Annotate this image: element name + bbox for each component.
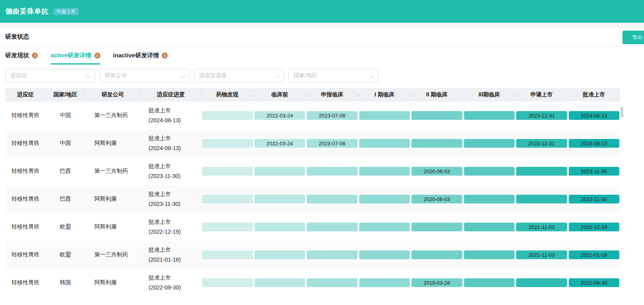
progress-stage: 批准上市 bbox=[149, 133, 201, 143]
stage-bar[interactable]: 2023-11-30 bbox=[569, 167, 620, 176]
progress-date: (2022-12-19) bbox=[149, 227, 201, 237]
info-icon[interactable]: i bbox=[32, 53, 38, 59]
stage-bar[interactable] bbox=[254, 195, 305, 203]
rd-pipeline-table: 适应症国家/地区研发公司适应症进度药物发现→临床前→申报临床→I 期临床→II … bbox=[5, 88, 620, 297]
table-row: 转移性胃癌巴西阿斯利康批准上市(2023-11-30)2020-06-03202… bbox=[5, 185, 620, 213]
stage-bar[interactable] bbox=[359, 195, 410, 203]
stage-bar[interactable]: 2022-03-24 bbox=[254, 111, 305, 120]
stage-bar[interactable] bbox=[516, 195, 567, 203]
stage-bar[interactable]: 2023-12-31 bbox=[516, 139, 567, 148]
stage-bar[interactable]: 2024-08-13 bbox=[569, 139, 620, 148]
column-header-indication: 适应症 bbox=[5, 91, 46, 98]
progress-date: (2022-09-30) bbox=[149, 283, 201, 293]
stage-bar[interactable]: 2022-09-30 bbox=[569, 278, 620, 287]
filter-company[interactable]: 研发公司 bbox=[100, 69, 190, 82]
progress-date: (2024-08-13) bbox=[149, 143, 201, 153]
stage-bar[interactable] bbox=[307, 278, 358, 287]
stage-bar[interactable] bbox=[359, 167, 410, 176]
stage-cell-5: 2020-06-03 bbox=[411, 185, 463, 213]
stage-bar[interactable] bbox=[307, 223, 358, 231]
tab-inactive-rd-detail[interactable]: inactive研发详情 i bbox=[113, 52, 168, 65]
cell-company: 第一三共制药 bbox=[85, 168, 141, 175]
cell-progress: 批准上市(2023-11-30) bbox=[141, 189, 201, 209]
column-header-region: 国家/地区 bbox=[46, 91, 85, 98]
stage-bar[interactable] bbox=[202, 223, 253, 231]
stage-bar[interactable]: 2020-06-03 bbox=[411, 167, 462, 176]
tab-rd-status[interactable]: 研发现状 i bbox=[5, 52, 38, 65]
stage-bar[interactable]: 2022-12-19 bbox=[569, 223, 620, 231]
stage-bar[interactable] bbox=[464, 278, 515, 287]
stage-bar[interactable]: 2024-08-13 bbox=[569, 111, 620, 120]
stage-cell-5: 2019-03-28 bbox=[411, 269, 463, 297]
stage-bar[interactable]: 2020-06-03 bbox=[411, 195, 462, 203]
stage-bar[interactable] bbox=[464, 195, 515, 203]
cell-progress: 批准上市(2024-08-13) bbox=[141, 106, 201, 125]
stage-bar[interactable] bbox=[254, 167, 305, 176]
filter-region[interactable]: 国家/地区 bbox=[288, 69, 378, 82]
stage-bar[interactable] bbox=[516, 167, 567, 176]
stage-bar[interactable]: 2021-01-18 bbox=[569, 250, 620, 259]
stage-bar[interactable]: 2023-07-08 bbox=[307, 139, 358, 148]
stage-bar[interactable] bbox=[411, 250, 462, 259]
stage-bar[interactable] bbox=[464, 167, 515, 176]
stage-bar[interactable]: 2023-12-31 bbox=[516, 111, 567, 120]
stage-cell-3 bbox=[306, 241, 358, 269]
stage-bar[interactable] bbox=[254, 278, 305, 287]
stage-bar[interactable] bbox=[411, 223, 462, 231]
stage-bar[interactable]: 2023-11-30 bbox=[569, 195, 620, 203]
column-header-stage-3: 申报临床→ bbox=[306, 91, 358, 98]
stage-bar[interactable] bbox=[254, 250, 305, 259]
stage-bar[interactable] bbox=[254, 223, 305, 231]
drug-title: 德曲妥珠单抗 bbox=[6, 7, 49, 16]
stage-bar[interactable]: 2022-03-24 bbox=[254, 139, 305, 148]
cell-indication: 转移性胃癌 bbox=[5, 223, 46, 231]
stage-bar[interactable] bbox=[202, 167, 253, 176]
stage-bar[interactable] bbox=[202, 195, 253, 203]
stage-bar[interactable] bbox=[359, 250, 410, 259]
stage-bar[interactable]: 2023-07-08 bbox=[307, 111, 358, 120]
stage-bar[interactable] bbox=[359, 111, 410, 120]
stage-bar[interactable] bbox=[516, 278, 567, 287]
cell-region: 巴西 bbox=[46, 168, 85, 175]
stage-bar[interactable] bbox=[202, 278, 253, 287]
stage-cell-8: 2024-08-13 bbox=[568, 102, 621, 129]
cell-region: 中国 bbox=[46, 140, 85, 147]
stage-cell-4 bbox=[358, 185, 411, 213]
stage-bar[interactable] bbox=[307, 167, 358, 176]
stage-bar[interactable] bbox=[202, 139, 253, 148]
stage-bar[interactable] bbox=[411, 111, 462, 120]
stage-bar[interactable]: 2021-11-03 bbox=[516, 250, 567, 259]
progress-stage: 批准上市 bbox=[149, 273, 201, 283]
app-header: 德曲妥珠单抗 中国上市 bbox=[0, 0, 644, 23]
stage-bar[interactable] bbox=[411, 139, 462, 148]
stage-cell-4 bbox=[358, 102, 411, 129]
stage-bar[interactable] bbox=[464, 223, 515, 231]
stage-bar[interactable] bbox=[359, 278, 410, 287]
filter-indication[interactable]: 适应症 bbox=[5, 69, 95, 82]
stage-bar[interactable] bbox=[464, 111, 515, 120]
stage-bar[interactable] bbox=[202, 111, 253, 120]
stage-bar[interactable] bbox=[202, 250, 253, 259]
progress-date: (2023-11-30) bbox=[149, 171, 201, 181]
export-button[interactable]: 导出 bbox=[622, 31, 644, 44]
stage-bar[interactable]: 2019-03-28 bbox=[411, 278, 462, 287]
stage-bar[interactable]: 2021-11-03 bbox=[516, 223, 567, 231]
stage-cell-3: 2023-07-08 bbox=[306, 102, 358, 129]
stage-bar[interactable] bbox=[464, 139, 515, 148]
stage-cell-6 bbox=[463, 213, 516, 241]
stage-bar[interactable] bbox=[359, 139, 410, 148]
stage-bar[interactable] bbox=[307, 250, 358, 259]
stage-bar[interactable] bbox=[464, 250, 515, 259]
filter-indication-progress[interactable]: 适应症进度 bbox=[194, 69, 284, 82]
cell-company: 阿斯利康 bbox=[85, 223, 141, 231]
vertical-scrollbar-thumb[interactable] bbox=[621, 107, 623, 118]
stage-cell-7 bbox=[515, 185, 568, 213]
stage-cell-5: 2020-06-03 bbox=[411, 157, 463, 185]
tab-active-rd-detail[interactable]: active研发详情 i bbox=[51, 52, 100, 65]
stage-cell-1 bbox=[201, 241, 254, 269]
page-background-band bbox=[0, 23, 644, 28]
info-icon[interactable]: i bbox=[162, 53, 168, 59]
stage-bar[interactable] bbox=[359, 223, 410, 231]
info-icon[interactable]: i bbox=[94, 53, 100, 59]
stage-bar[interactable] bbox=[307, 195, 358, 203]
